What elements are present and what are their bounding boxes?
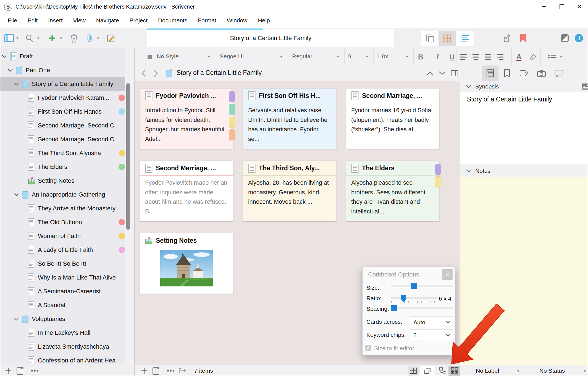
add-document-icon[interactable] <box>16 367 24 375</box>
size-slider[interactable] <box>391 285 453 287</box>
menu-documents[interactable]: Documents <box>153 13 193 28</box>
index-card[interactable]: First Son Off His H...Servants and relat… <box>243 88 336 149</box>
binder-item[interactable]: Story of a Certain Little Family <box>0 77 125 91</box>
notes-header[interactable]: Notes <box>460 164 588 178</box>
binder-item[interactable]: The Elders <box>0 160 125 174</box>
bold-button[interactable]: B <box>418 53 423 61</box>
more-icon[interactable] <box>167 370 175 372</box>
binder-item[interactable]: Part One <box>0 63 125 77</box>
add-icon[interactable] <box>5 367 12 374</box>
snapshots-tab-icon[interactable] <box>537 70 546 77</box>
menu-insert[interactable]: Insert <box>43 13 68 28</box>
close-button[interactable]: × <box>571 0 588 13</box>
share-icon[interactable] <box>503 34 511 43</box>
synopsis-header[interactable]: Synopsis <box>460 81 588 92</box>
compose-mode-icon[interactable] <box>561 34 569 42</box>
binder-item[interactable]: Confession of an Ardent Hea... <box>0 354 125 365</box>
chevron-down-icon[interactable] <box>2 55 7 58</box>
bookmark-icon[interactable] <box>520 34 526 43</box>
metadata-tab-icon[interactable] <box>519 70 529 77</box>
paperclip-caret[interactable]: ▾ <box>97 36 99 41</box>
search-icon[interactable] <box>25 34 33 42</box>
binder-item[interactable]: So Be It! So Be It! <box>0 257 125 271</box>
font-size-dropdown[interactable]: 9 <box>348 53 351 60</box>
justify-icon[interactable] <box>484 54 492 60</box>
search-caret[interactable]: ▾ <box>37 36 40 41</box>
ratio-slider[interactable] <box>391 297 438 299</box>
back-icon[interactable] <box>141 69 146 77</box>
align-left-icon[interactable] <box>460 54 467 60</box>
binder-item[interactable]: Second Marriage, Second C... <box>0 132 125 146</box>
menu-window[interactable]: Window <box>222 13 253 28</box>
menu-edit[interactable]: Edit <box>22 13 43 28</box>
add-icon[interactable] <box>48 34 56 42</box>
synopsis-image-icon[interactable] <box>581 83 588 90</box>
binder-item[interactable]: A Lady of Little Faith <box>0 243 125 257</box>
comments-tab-icon[interactable] <box>554 69 563 77</box>
menu-view[interactable]: View <box>68 13 91 28</box>
collapse-icon[interactable] <box>466 85 471 88</box>
chevron-down-icon[interactable] <box>14 193 19 196</box>
index-card[interactable]: Second Marriage, ...Fyodor Pavlovitch ma… <box>140 161 233 221</box>
binder-item[interactable]: Fyodor Pavlovich Karam... <box>0 91 125 105</box>
italic-button[interactable]: I <box>436 53 439 61</box>
align-center-icon[interactable] <box>472 54 479 60</box>
binder-item[interactable]: First Son Off His Hands <box>0 105 125 119</box>
list-icon[interactable] <box>548 54 556 60</box>
binder-item[interactable]: Second Marriage, Second C... <box>0 119 125 132</box>
binder-item[interactable]: A Scandal <box>0 298 125 312</box>
maximize-button[interactable] <box>553 0 571 13</box>
menu-project[interactable]: Project <box>124 13 153 28</box>
next-document-icon[interactable] <box>439 71 446 75</box>
size-slider-handle[interactable] <box>411 283 417 289</box>
index-card[interactable]: Fyodor Pavlovich ...Introduction to Fyod… <box>140 88 233 149</box>
outline-view-button[interactable] <box>456 31 474 46</box>
grid-view-button[interactable] <box>408 366 419 376</box>
binder-item[interactable]: Women of Faith <box>0 229 125 243</box>
underline-button[interactable]: U <box>450 53 455 61</box>
status-dropdown[interactable]: No Status ▾ <box>526 365 588 376</box>
add-icon[interactable] <box>141 367 148 374</box>
compose-icon[interactable] <box>107 34 115 42</box>
trash-icon[interactable] <box>70 34 78 43</box>
font-dropdown[interactable]: Segoe UI <box>220 53 244 60</box>
binder-scrollbar[interactable] <box>125 48 134 365</box>
split-view-icon[interactable] <box>451 70 458 77</box>
binder-item[interactable]: They Arrive at the Monastery <box>0 202 125 215</box>
forward-icon[interactable] <box>153 69 158 77</box>
binder-panel-caret[interactable]: ▾ <box>16 36 19 41</box>
synopsis-text[interactable]: Story of a Certain Little Family <box>467 96 552 103</box>
collapse-icon[interactable] <box>466 169 471 173</box>
stack-view-button[interactable] <box>420 366 435 376</box>
document-view-button[interactable] <box>421 31 439 46</box>
binder-item[interactable]: An Inappropriate Gathering <box>0 188 125 202</box>
popup-close-button[interactable]: ✕ <box>442 269 453 280</box>
binder-item[interactable]: Lizaveta Smerdyashchaya <box>0 340 125 354</box>
add-caret[interactable]: ▾ <box>60 36 62 41</box>
add-document-icon[interactable] <box>152 367 160 375</box>
font-variant-dropdown[interactable]: Regular <box>292 53 313 60</box>
index-card[interactable]: Second Marriage, ...Fyodor marries 16 yr… <box>346 88 439 149</box>
index-card[interactable]: The Third Son, Aly...Alyosha, 20, has be… <box>243 161 336 221</box>
index-card[interactable]: Setting Notes <box>140 233 233 294</box>
binder-item[interactable]: In the Lackey's Hall <box>0 326 125 340</box>
chevron-down-icon[interactable] <box>8 69 13 72</box>
format-preset-swatch[interactable] <box>148 55 152 59</box>
paperclip-icon[interactable] <box>86 34 93 43</box>
more-icon[interactable] <box>31 370 39 372</box>
menu-format[interactable]: Format <box>193 13 222 28</box>
scrollbar-thumb[interactable] <box>126 83 130 230</box>
bookmarks-tab-icon[interactable] <box>504 69 510 78</box>
spacing-slider-handle[interactable] <box>391 305 397 311</box>
line-spacing-dropdown[interactable]: 1.0x <box>377 53 388 60</box>
chevron-down-icon[interactable] <box>14 83 19 86</box>
synopsis-body[interactable]: Story of a Certain Little Family <box>460 92 588 164</box>
highlight-icon[interactable] <box>530 53 537 61</box>
menu-file[interactable]: File <box>2 13 22 28</box>
menu-navigate[interactable]: Navigate <box>91 13 124 28</box>
text-color-button[interactable]: A <box>516 53 521 61</box>
export-icon[interactable] <box>178 367 187 374</box>
list-caret[interactable]: ▾ <box>560 54 562 59</box>
binder-panel-icon[interactable] <box>4 34 14 42</box>
binder-item[interactable]: Why is a Man Like That Alive? <box>0 271 125 284</box>
